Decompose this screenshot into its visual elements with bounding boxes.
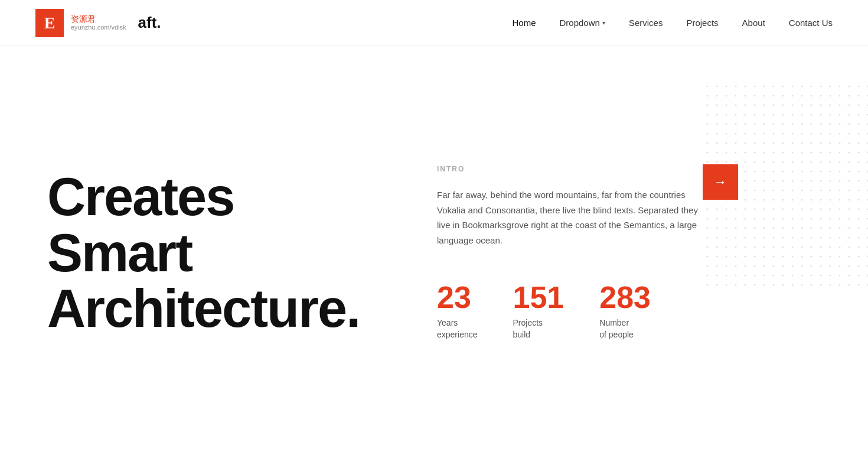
svg-point-62 [782, 114, 784, 116]
svg-point-127 [716, 152, 718, 154]
svg-point-152 [782, 161, 784, 163]
svg-point-339 [849, 256, 850, 258]
svg-point-108 [707, 142, 709, 144]
svg-point-248 [839, 209, 841, 210]
svg-point-4 [745, 86, 746, 87]
svg-point-159 [849, 161, 850, 163]
nav-link-contact[interactable]: Contact Us [789, 18, 833, 28]
svg-point-78 [763, 124, 765, 125]
svg-point-16 [858, 86, 860, 87]
nav-dropdown[interactable]: Dropdown ▾ [560, 18, 605, 28]
nav-item-projects[interactable]: Projects [686, 18, 718, 28]
svg-point-357 [849, 265, 850, 267]
svg-point-140 [839, 152, 841, 154]
nav-link-about[interactable]: About [742, 18, 765, 28]
svg-point-320 [839, 246, 841, 248]
svg-point-356 [839, 265, 841, 267]
svg-point-9 [792, 86, 794, 87]
svg-point-118 [801, 142, 803, 144]
svg-point-111 [735, 142, 737, 144]
svg-point-285 [849, 228, 850, 229]
svg-point-157 [830, 161, 831, 163]
svg-point-302 [839, 237, 841, 239]
svg-point-24 [763, 95, 765, 97]
svg-point-195 [849, 180, 850, 182]
svg-point-55 [716, 114, 718, 116]
svg-point-59 [754, 114, 756, 116]
svg-point-338 [839, 256, 841, 258]
chevron-down-icon: ▾ [602, 20, 605, 26]
svg-point-337 [830, 256, 831, 258]
svg-point-128 [726, 152, 727, 154]
intro-label: INTRO [437, 165, 821, 173]
svg-point-391 [830, 284, 831, 286]
svg-point-60 [763, 114, 765, 116]
svg-point-70 [858, 114, 860, 116]
svg-point-32 [839, 95, 841, 97]
svg-point-231 [849, 199, 850, 201]
main-content: Creates Smart Architecture. INTRO Far fa… [0, 46, 868, 460]
nav-item-contact[interactable]: Contact Us [789, 18, 833, 28]
svg-point-126 [707, 152, 709, 154]
hero-title-line2: Smart [47, 223, 192, 283]
nav-item-services[interactable]: Services [629, 18, 663, 28]
svg-point-110 [726, 142, 727, 144]
svg-point-19 [716, 95, 718, 97]
logo-text-block: 资源君 eyunzhu.com/vdisk [71, 14, 126, 32]
svg-point-358 [858, 265, 860, 267]
svg-point-196 [858, 180, 860, 182]
svg-point-93 [735, 133, 737, 135]
svg-point-321 [849, 246, 850, 248]
svg-point-133 [773, 152, 775, 154]
logo-letter: E [44, 14, 56, 33]
logo-area: E 资源君 eyunzhu.com/vdisk aft. [35, 9, 161, 37]
stat-years-label: Yearsexperience [437, 317, 478, 340]
stat-people-label: Numberof people [599, 317, 651, 340]
nav-item-dropdown[interactable]: Dropdown ▾ [560, 18, 605, 28]
intro-section: INTRO Far far away, behind the word moun… [437, 165, 821, 276]
svg-point-135 [792, 152, 794, 154]
svg-point-30 [820, 95, 822, 97]
nav-link-dropdown[interactable]: Dropdown [560, 18, 600, 28]
svg-point-98 [782, 133, 784, 135]
svg-point-12 [820, 86, 822, 87]
arrow-icon: → [714, 174, 727, 190]
svg-point-109 [716, 142, 718, 144]
svg-point-47 [811, 105, 812, 106]
svg-point-64 [801, 114, 803, 116]
svg-point-82 [801, 124, 803, 125]
stat-people: 283 Numberof people [599, 282, 651, 340]
nav-item-home[interactable]: Home [512, 18, 536, 28]
svg-point-175 [830, 171, 831, 173]
svg-point-43 [773, 105, 775, 106]
svg-point-80 [782, 124, 784, 125]
svg-point-26 [782, 95, 784, 97]
nav-item-about[interactable]: About [742, 18, 765, 28]
svg-point-90 [707, 133, 709, 135]
nav-link-home[interactable]: Home [512, 18, 536, 28]
svg-point-393 [849, 284, 850, 286]
svg-point-301 [830, 237, 831, 239]
svg-point-86 [839, 124, 841, 125]
hero-left: Creates Smart Architecture. [0, 46, 402, 460]
svg-point-247 [830, 209, 831, 210]
svg-point-124 [858, 142, 860, 144]
nav-link-projects[interactable]: Projects [686, 18, 718, 28]
svg-point-58 [745, 114, 746, 116]
svg-point-41 [754, 105, 756, 106]
svg-point-5 [754, 86, 756, 87]
svg-point-230 [839, 199, 841, 201]
svg-point-52 [858, 105, 860, 106]
svg-point-79 [773, 124, 775, 125]
svg-point-178 [858, 171, 860, 173]
svg-point-48 [820, 105, 822, 106]
svg-point-144 [707, 161, 709, 163]
svg-point-131 [754, 152, 756, 154]
hero-title-line1: Creates [47, 167, 234, 226]
svg-point-57 [735, 114, 737, 116]
svg-point-36 [707, 105, 709, 106]
svg-point-212 [839, 190, 841, 191]
arrow-button[interactable]: → [703, 164, 738, 200]
nav-link-services[interactable]: Services [629, 18, 663, 28]
svg-point-134 [782, 152, 784, 154]
